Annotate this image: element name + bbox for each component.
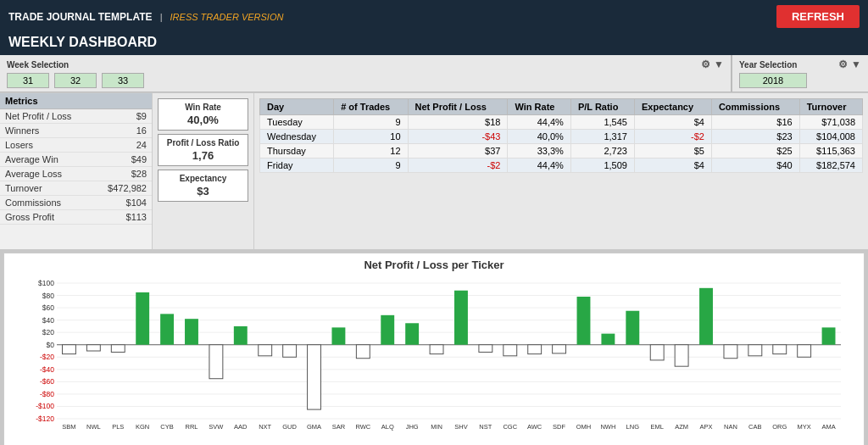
svg-text:KGN: KGN [136,423,149,431]
table-header: Commissions [711,99,799,115]
svg-text:$80: $80 [42,292,54,300]
refresh-button[interactable]: REFRESH [776,5,860,28]
svg-rect-79 [724,345,737,359]
svg-rect-25 [63,345,76,354]
svg-rect-39 [234,326,248,345]
svg-text:-$60: -$60 [40,377,54,386]
metric-label: Average Win [5,154,58,164]
kpi-value: $3 [165,185,241,197]
svg-rect-35 [185,319,198,345]
chart-title: Net Profit / Loss per Ticker [11,259,857,271]
svg-rect-51 [381,315,394,345]
svg-rect-31 [136,292,149,345]
year-selection-label: Year Selection [739,60,797,70]
chart-svg: $100$80$60$40$20$0-$20-$40-$60-$80-$100-… [11,275,857,444]
svg-rect-27 [86,345,100,351]
svg-text:MIN: MIN [431,423,442,431]
year-clear-icon[interactable]: ▼ [851,58,861,70]
table-row: Thursday 12 $37 33,3% 2,723 $5 $25 $115,… [260,144,863,159]
page-title: WEEKLY DASHBOARD [8,35,860,50]
metric-label: Net Profit / Loss [5,111,71,121]
svg-text:NAN: NAN [724,423,737,431]
svg-text:GMA: GMA [307,423,321,431]
week-input-2[interactable]: 32 [54,73,97,88]
metrics-header: Metrics [0,93,152,109]
svg-text:-$80: -$80 [40,390,54,398]
metric-row: Average Win$49 [0,153,152,167]
metric-label: Losers [5,140,33,150]
svg-rect-87 [822,327,836,344]
metric-label: Commissions [5,197,61,208]
week-clear-icon[interactable]: ▼ [714,58,724,70]
svg-text:-$40: -$40 [40,365,54,374]
svg-text:RWC: RWC [355,423,370,431]
svg-text:ORG: ORG [772,423,787,431]
svg-text:CYB: CYB [160,423,173,431]
svg-rect-49 [356,345,370,359]
week-filter-icon[interactable]: ⚙ [701,58,710,70]
svg-rect-73 [650,345,664,360]
svg-text:AMA: AMA [821,423,835,431]
svg-rect-61 [504,345,517,356]
metric-row: Winners16 [0,124,152,138]
table-row: Tuesday 9 $18 44,4% 1,545 $4 $16 $71,038 [260,115,863,130]
svg-text:GUD: GUD [282,423,297,431]
metrics-table: Net Profit / Loss$9Winners16Losers24Aver… [0,109,152,225]
svg-text:APX: APX [700,423,713,431]
year-input[interactable]: 2018 [739,73,807,88]
svg-rect-85 [798,345,811,358]
week-input-1[interactable]: 31 [7,73,49,88]
svg-text:$0: $0 [47,341,55,349]
svg-rect-37 [209,345,223,379]
year-filter-icon[interactable]: ⚙ [838,58,848,70]
svg-text:CAB: CAB [748,423,761,431]
metric-row: Commissions$104 [0,196,152,210]
svg-text:AAD: AAD [234,423,248,431]
svg-text:JHG: JHG [406,423,419,431]
metric-value: $28 [131,169,147,179]
table-header: Expectancy [634,99,711,115]
daily-table: Day# of TradesNet Profit / LossWin RateP… [259,98,863,173]
svg-text:-$120: -$120 [36,414,54,423]
version-label: IRESS TRADER VERSION [170,12,284,22]
table-header: Day [260,99,334,115]
svg-text:-$20: -$20 [40,353,54,361]
svg-text:OMH: OMH [576,423,592,431]
svg-text:MYX: MYX [798,423,811,431]
svg-rect-65 [553,345,566,353]
svg-text:$20: $20 [42,328,54,337]
kpi-title: Profit / Loss Ratio [165,138,241,147]
svg-text:NST: NST [479,423,492,431]
week-input-3[interactable]: 33 [102,73,144,88]
svg-text:$100: $100 [38,279,54,287]
svg-text:AWC: AWC [527,423,542,431]
svg-rect-57 [454,291,468,345]
svg-text:LNG: LNG [626,423,640,431]
svg-text:EML: EML [650,423,663,431]
svg-rect-63 [528,345,542,354]
metric-row: Average Loss$28 [0,167,152,181]
table-header: Win Rate [508,99,570,115]
brand-title: TRADE JOURNAL TEMPLATE [8,11,153,23]
metric-value: 24 [136,140,147,150]
svg-text:$60: $60 [42,303,54,312]
svg-text:ALQ: ALQ [381,423,394,431]
kpi-box: Profit / Loss Ratio1,76 [158,134,248,166]
header-divider: | [160,12,163,22]
metric-row: Net Profit / Loss$9 [0,109,152,124]
kpi-box: Expectancy$3 [158,170,248,202]
svg-rect-55 [430,345,443,354]
svg-rect-53 [405,323,419,344]
kpi-title: Win Rate [165,103,241,112]
svg-text:CGC: CGC [503,423,517,431]
metric-label: Gross Profit [5,212,54,222]
svg-text:SVW: SVW [209,423,224,431]
table-header: Turnover [799,99,862,115]
svg-rect-33 [160,314,174,344]
svg-rect-77 [699,288,713,345]
metric-value: 16 [136,125,147,136]
svg-text:SAR: SAR [332,423,346,431]
kpi-value: 40,0% [165,114,241,126]
svg-text:NWH: NWH [600,423,615,431]
kpi-title: Expectancy [165,174,241,183]
